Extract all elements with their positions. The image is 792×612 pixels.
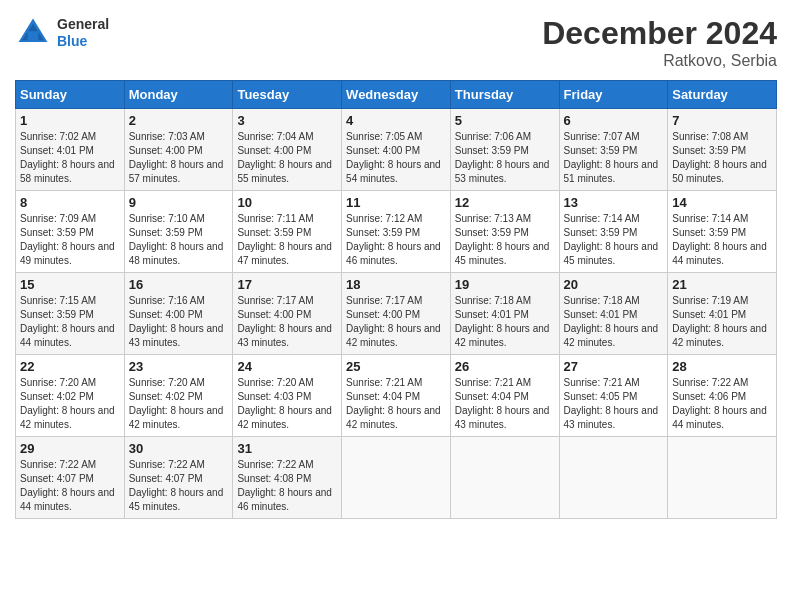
calendar-cell (668, 437, 777, 519)
day-number: 26 (455, 359, 555, 374)
day-info: Sunrise: 7:21 AMSunset: 4:04 PMDaylight:… (346, 376, 446, 432)
calendar-cell: 24Sunrise: 7:20 AMSunset: 4:03 PMDayligh… (233, 355, 342, 437)
weekday-header: Thursday (450, 81, 559, 109)
calendar-cell: 18Sunrise: 7:17 AMSunset: 4:00 PMDayligh… (342, 273, 451, 355)
calendar-cell: 22Sunrise: 7:20 AMSunset: 4:02 PMDayligh… (16, 355, 125, 437)
calendar-cell: 11Sunrise: 7:12 AMSunset: 3:59 PMDayligh… (342, 191, 451, 273)
calendar-cell: 3Sunrise: 7:04 AMSunset: 4:00 PMDaylight… (233, 109, 342, 191)
calendar-header-row: SundayMondayTuesdayWednesdayThursdayFrid… (16, 81, 777, 109)
calendar-cell: 30Sunrise: 7:22 AMSunset: 4:07 PMDayligh… (124, 437, 233, 519)
day-number: 7 (672, 113, 772, 128)
day-info: Sunrise: 7:20 AMSunset: 4:03 PMDaylight:… (237, 376, 337, 432)
weekday-header: Monday (124, 81, 233, 109)
day-number: 11 (346, 195, 446, 210)
day-info: Sunrise: 7:11 AMSunset: 3:59 PMDaylight:… (237, 212, 337, 268)
calendar-cell: 15Sunrise: 7:15 AMSunset: 3:59 PMDayligh… (16, 273, 125, 355)
weekday-header: Saturday (668, 81, 777, 109)
day-info: Sunrise: 7:18 AMSunset: 4:01 PMDaylight:… (564, 294, 664, 350)
day-info: Sunrise: 7:20 AMSunset: 4:02 PMDaylight:… (129, 376, 229, 432)
day-number: 31 (237, 441, 337, 456)
day-number: 21 (672, 277, 772, 292)
day-info: Sunrise: 7:20 AMSunset: 4:02 PMDaylight:… (20, 376, 120, 432)
calendar-cell (450, 437, 559, 519)
calendar-week-row: 15Sunrise: 7:15 AMSunset: 3:59 PMDayligh… (16, 273, 777, 355)
calendar-cell: 14Sunrise: 7:14 AMSunset: 3:59 PMDayligh… (668, 191, 777, 273)
calendar-cell: 23Sunrise: 7:20 AMSunset: 4:02 PMDayligh… (124, 355, 233, 437)
day-number: 22 (20, 359, 120, 374)
day-info: Sunrise: 7:15 AMSunset: 3:59 PMDaylight:… (20, 294, 120, 350)
day-number: 27 (564, 359, 664, 374)
day-info: Sunrise: 7:21 AMSunset: 4:05 PMDaylight:… (564, 376, 664, 432)
day-info: Sunrise: 7:19 AMSunset: 4:01 PMDaylight:… (672, 294, 772, 350)
day-number: 18 (346, 277, 446, 292)
day-number: 9 (129, 195, 229, 210)
calendar-cell: 4Sunrise: 7:05 AMSunset: 4:00 PMDaylight… (342, 109, 451, 191)
calendar-cell: 28Sunrise: 7:22 AMSunset: 4:06 PMDayligh… (668, 355, 777, 437)
logo-general-text: General (57, 16, 109, 33)
day-number: 16 (129, 277, 229, 292)
day-info: Sunrise: 7:14 AMSunset: 3:59 PMDaylight:… (672, 212, 772, 268)
day-info: Sunrise: 7:02 AMSunset: 4:01 PMDaylight:… (20, 130, 120, 186)
calendar-cell: 31Sunrise: 7:22 AMSunset: 4:08 PMDayligh… (233, 437, 342, 519)
day-info: Sunrise: 7:22 AMSunset: 4:06 PMDaylight:… (672, 376, 772, 432)
day-info: Sunrise: 7:04 AMSunset: 4:00 PMDaylight:… (237, 130, 337, 186)
calendar-week-row: 1Sunrise: 7:02 AMSunset: 4:01 PMDaylight… (16, 109, 777, 191)
calendar-cell: 29Sunrise: 7:22 AMSunset: 4:07 PMDayligh… (16, 437, 125, 519)
day-info: Sunrise: 7:17 AMSunset: 4:00 PMDaylight:… (237, 294, 337, 350)
day-number: 12 (455, 195, 555, 210)
calendar-cell: 5Sunrise: 7:06 AMSunset: 3:59 PMDaylight… (450, 109, 559, 191)
page-header: General Blue December 2024 Ratkovo, Serb… (15, 15, 777, 70)
day-info: Sunrise: 7:22 AMSunset: 4:07 PMDaylight:… (129, 458, 229, 514)
day-info: Sunrise: 7:09 AMSunset: 3:59 PMDaylight:… (20, 212, 120, 268)
day-number: 13 (564, 195, 664, 210)
day-info: Sunrise: 7:06 AMSunset: 3:59 PMDaylight:… (455, 130, 555, 186)
day-number: 2 (129, 113, 229, 128)
calendar-cell: 21Sunrise: 7:19 AMSunset: 4:01 PMDayligh… (668, 273, 777, 355)
calendar-cell: 8Sunrise: 7:09 AMSunset: 3:59 PMDaylight… (16, 191, 125, 273)
calendar-cell: 19Sunrise: 7:18 AMSunset: 4:01 PMDayligh… (450, 273, 559, 355)
day-info: Sunrise: 7:13 AMSunset: 3:59 PMDaylight:… (455, 212, 555, 268)
weekday-header: Tuesday (233, 81, 342, 109)
calendar-cell: 7Sunrise: 7:08 AMSunset: 3:59 PMDaylight… (668, 109, 777, 191)
day-number: 5 (455, 113, 555, 128)
day-number: 17 (237, 277, 337, 292)
calendar-cell: 10Sunrise: 7:11 AMSunset: 3:59 PMDayligh… (233, 191, 342, 273)
calendar-cell (559, 437, 668, 519)
day-info: Sunrise: 7:17 AMSunset: 4:00 PMDaylight:… (346, 294, 446, 350)
calendar-cell: 25Sunrise: 7:21 AMSunset: 4:04 PMDayligh… (342, 355, 451, 437)
calendar-cell: 27Sunrise: 7:21 AMSunset: 4:05 PMDayligh… (559, 355, 668, 437)
calendar-cell (342, 437, 451, 519)
day-number: 28 (672, 359, 772, 374)
weekday-header: Friday (559, 81, 668, 109)
calendar-week-row: 22Sunrise: 7:20 AMSunset: 4:02 PMDayligh… (16, 355, 777, 437)
day-number: 14 (672, 195, 772, 210)
day-number: 3 (237, 113, 337, 128)
day-number: 29 (20, 441, 120, 456)
day-number: 25 (346, 359, 446, 374)
day-info: Sunrise: 7:18 AMSunset: 4:01 PMDaylight:… (455, 294, 555, 350)
logo-text: General Blue (57, 16, 109, 50)
calendar-cell: 1Sunrise: 7:02 AMSunset: 4:01 PMDaylight… (16, 109, 125, 191)
weekday-header: Sunday (16, 81, 125, 109)
logo: General Blue (15, 15, 109, 51)
day-info: Sunrise: 7:07 AMSunset: 3:59 PMDaylight:… (564, 130, 664, 186)
day-number: 4 (346, 113, 446, 128)
svg-rect-2 (28, 31, 39, 42)
calendar-cell: 17Sunrise: 7:17 AMSunset: 4:00 PMDayligh… (233, 273, 342, 355)
calendar-cell: 20Sunrise: 7:18 AMSunset: 4:01 PMDayligh… (559, 273, 668, 355)
day-number: 10 (237, 195, 337, 210)
day-info: Sunrise: 7:08 AMSunset: 3:59 PMDaylight:… (672, 130, 772, 186)
logo-icon (15, 15, 51, 51)
title-block: December 2024 Ratkovo, Serbia (542, 15, 777, 70)
calendar-cell: 2Sunrise: 7:03 AMSunset: 4:00 PMDaylight… (124, 109, 233, 191)
calendar-cell: 9Sunrise: 7:10 AMSunset: 3:59 PMDaylight… (124, 191, 233, 273)
day-info: Sunrise: 7:03 AMSunset: 4:00 PMDaylight:… (129, 130, 229, 186)
page-title: December 2024 (542, 15, 777, 52)
day-info: Sunrise: 7:05 AMSunset: 4:00 PMDaylight:… (346, 130, 446, 186)
calendar-cell: 13Sunrise: 7:14 AMSunset: 3:59 PMDayligh… (559, 191, 668, 273)
day-info: Sunrise: 7:10 AMSunset: 3:59 PMDaylight:… (129, 212, 229, 268)
day-info: Sunrise: 7:14 AMSunset: 3:59 PMDaylight:… (564, 212, 664, 268)
day-info: Sunrise: 7:21 AMSunset: 4:04 PMDaylight:… (455, 376, 555, 432)
day-info: Sunrise: 7:16 AMSunset: 4:00 PMDaylight:… (129, 294, 229, 350)
calendar-cell: 26Sunrise: 7:21 AMSunset: 4:04 PMDayligh… (450, 355, 559, 437)
